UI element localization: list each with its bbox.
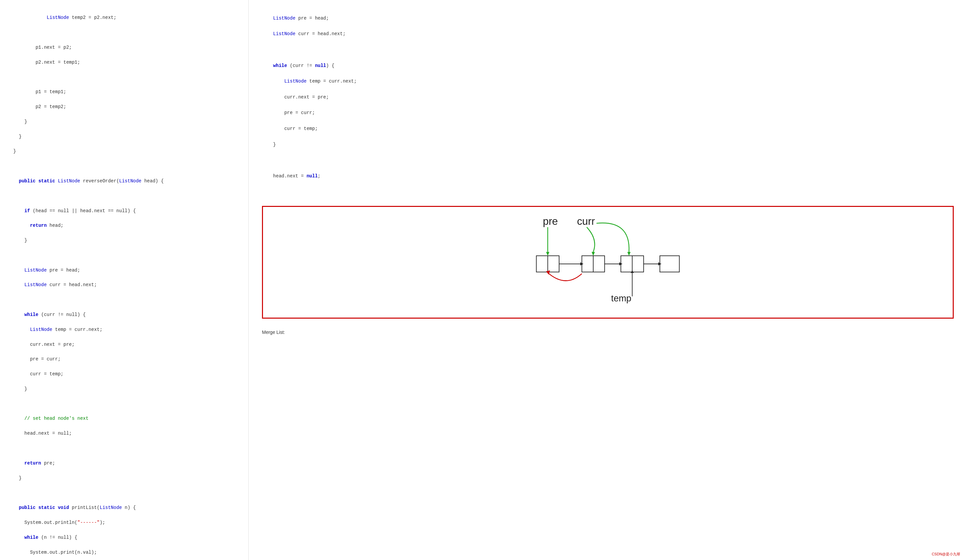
code-line: curr.next = pre; [262,94,954,102]
code-line: public static void printList(ListNode n)… [13,504,235,511]
code-line: pre = curr; [262,109,954,117]
comment: // set head node's next [25,416,89,421]
code-line: ListNode temp = curr.next; [262,77,954,86]
watermark: CSDN@是小九呀 [932,552,960,557]
keyword: if [25,208,30,214]
type-keyword: ListNode [47,15,69,20]
null-keyword: null [307,173,318,179]
type-keyword: ListNode [284,79,307,84]
code-line: System.out.print(n.val); [13,549,235,556]
code-line [262,156,954,165]
code-line: if (head == null || head.next == null) { [13,207,235,214]
code-line: } [13,474,235,482]
type-keyword: ListNode [273,31,295,36]
red-arrow [548,273,582,280]
code-line: } [13,133,235,140]
code-line: ListNode temp = curr.next; [13,326,235,333]
code-line: } [262,141,954,149]
curr-label: curr [577,216,595,227]
code-line: } [13,148,235,155]
green-curve-2 [597,223,629,252]
code-line [13,163,235,170]
code-line [13,74,235,81]
code-line: head.next = null; [262,172,954,180]
right-code-block: ListNode pre = head; ListNode curr = hea… [249,0,967,203]
code-line: } [13,118,235,125]
code-line: return pre; [13,460,235,467]
code-line [13,192,235,199]
keyword-while: while [273,63,287,68]
code-line [13,296,235,303]
curr-arrow-head [592,252,595,256]
keyword: static [38,505,55,510]
code-line: while (curr != null) { [262,62,954,70]
type-keyword: ListNode [100,505,122,510]
code-line [262,46,954,54]
code-line [13,489,235,496]
code-line: System.out.println("------"); [13,519,235,526]
code-line: p1 = temp1; [13,88,235,96]
keyword: static [38,178,55,184]
code-line: public static ListNode reverseOrder(List… [13,177,235,184]
null-keyword: null [315,63,326,68]
code-line [13,400,235,407]
code-line: // set head node's next [13,415,235,422]
keyword: public [19,505,35,510]
code-line: while (curr != null) { [13,311,235,318]
code-line [13,252,235,259]
temp-label: temp [611,293,631,303]
node4-rect [660,256,680,272]
code-line: ListNode curr = head.next; [262,30,954,38]
code-line: p2.next = temp1; [13,59,235,66]
pre-label: pre [543,216,558,227]
type-keyword: ListNode [273,16,295,21]
type-keyword: ListNode [30,327,52,332]
pre-arrow-head [546,252,550,256]
diagram-box: pre curr [262,206,954,319]
left-code-block: ListNode temp2 = p2.next; p1.next = p2; … [13,7,235,560]
code-line: ListNode pre = head; [13,267,235,274]
keyword-while: while [25,535,38,540]
keyword: void [58,505,69,510]
code-line: curr.next = pre; [13,341,235,348]
code-line: p1.next = p2; [13,44,235,51]
string-literal: "------" [77,520,99,525]
keyword-while: while [25,312,38,317]
code-line: pre = curr; [13,356,235,363]
code-line: head.next = null; [13,430,235,437]
keyword: return [30,223,46,228]
green-curve-2-head [627,252,631,256]
code-line: while (n != null) { [13,534,235,541]
type-keyword: ListNode [25,282,47,287]
type-keyword: ListNode [25,268,47,273]
right-panel: ListNode pre = head; ListNode curr = hea… [249,0,967,560]
left-panel: ListNode temp2 = p2.next; p1.next = p2; … [0,0,249,560]
code-line [13,445,235,452]
code-line: curr = temp; [262,125,954,133]
code-line [13,29,235,36]
keyword: public [19,178,35,184]
code-line: ListNode curr = head.next; [13,281,235,288]
type-keyword: ListNode [58,178,80,184]
code-line: ListNode pre = head; [262,15,954,23]
diagram-svg: pre curr [270,214,946,311]
code-line: curr = temp; [13,371,235,378]
code-line: } [13,237,235,244]
code-line: return head; [13,222,235,229]
curr-arrow-path [587,227,595,252]
code-line: } [13,385,235,392]
bottom-section: Merge List: [249,322,967,343]
keyword: return [25,461,41,466]
merge-list-label: Merge List: [262,329,285,335]
code-line: ListNode temp2 = p2.next; [13,14,235,21]
code-line: p2 = temp2; [13,103,235,110]
type-keyword: ListNode [119,178,141,184]
